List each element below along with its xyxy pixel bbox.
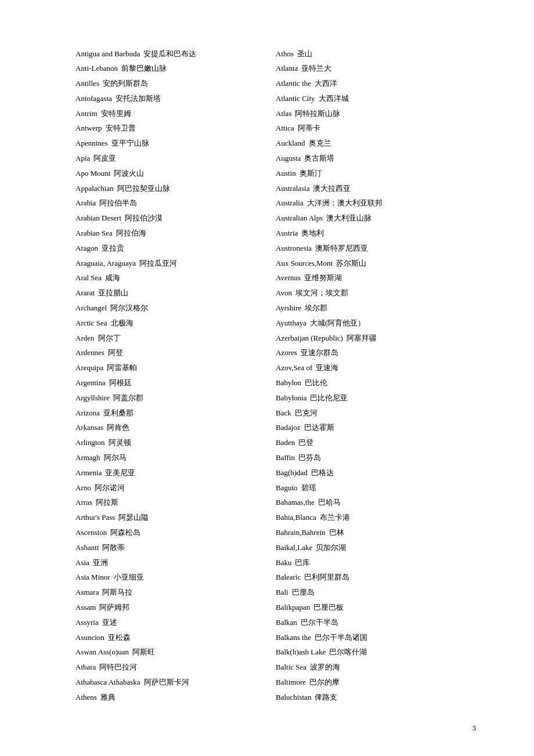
english-term: Bag(h)dad [276,467,308,479]
english-term: Arizona [75,407,100,419]
list-item: Austronesia澳斯特罗尼西亚 [276,241,476,256]
english-term: Bahamas,the [276,497,315,509]
english-term: Armenia [75,467,102,479]
list-item: Attica阿蒂卡 [276,121,476,136]
english-term: Aswan Ass(o)uan [75,646,129,659]
chinese-translation: 苏尔斯山 [336,258,366,270]
english-term: Azores [276,347,297,359]
chinese-translation: 阿拉瓜亚河 [139,258,177,270]
list-item: Australasia澳大拉西亚 [276,181,476,196]
english-term: Ayrshire [276,302,301,314]
chinese-translation: 亚美尼亚 [105,467,135,479]
list-item: Ascension阿森松岛 [75,526,276,541]
english-term: Arthur's Pass [75,512,115,524]
chinese-translation: 阿肯色 [107,422,129,434]
english-term: Atlanta [276,63,298,75]
list-item: Asia Minor小亚细亚 [75,570,276,585]
list-item: Antwerp安特卫普 [75,121,276,136]
english-term: Atlas [276,108,291,120]
english-term: Bahia,Blanca [276,512,316,524]
list-item: Balearic巴利阿里群岛 [276,570,476,585]
list-item: Anti-Lebanon前黎巴嫩山脉 [75,62,276,77]
chinese-translation: 大洋洲；澳大利亚联邦 [307,197,383,209]
list-item: Arras阿拉斯 [75,495,276,511]
english-term: Argentina [75,377,106,389]
english-term: Apennines [75,138,108,150]
list-item: Auckland奥克兰 [276,136,476,151]
list-item: Azores亚速尔群岛 [276,346,476,361]
chinese-translation: 阿斯旺 [132,646,155,659]
list-item: Baluchistan俾路支 [276,690,476,705]
english-term: Armagh [75,452,100,464]
chinese-translation: 亚松森 [108,632,131,644]
chinese-translation: 亚维努斯湖 [304,272,342,284]
english-term: Argyllshire [75,392,110,404]
english-term: Antigua and Barbuda [75,48,140,60]
list-item: Balk(h)ash Lake巴尔喀什湖 [276,645,476,660]
list-item: Austin奥斯汀 [276,166,476,181]
list-item: Atlantic the大西洋 [276,77,476,92]
english-term: Aux Sources,Mont [276,258,333,270]
english-term: Aragon [75,243,98,255]
chinese-translation: 雅典 [100,692,116,704]
list-item: Aux Sources,Mont苏尔斯山 [276,256,476,271]
chinese-translation: 奥克兰 [309,138,331,150]
list-item: Antrim安特里姆 [75,106,276,121]
english-term: Austria [276,227,298,240]
english-term: Assyria [75,617,99,629]
chinese-translation: 阿萨巴斯卡河 [144,677,189,689]
list-item: Arden阿尔丁 [75,331,276,346]
chinese-translation: 巴库 [295,557,310,569]
list-item: Bali巴厘岛 [276,585,476,601]
list-item: Bahrain,Bahrein巴林 [276,526,476,541]
english-term: Asia [75,557,89,569]
chinese-translation: 巴比伦 [305,377,327,389]
chinese-translation: 波罗的海 [310,661,340,674]
chinese-translation: 阿尔汉格尔 [110,302,148,314]
chinese-translation: 阿雷基帕 [107,362,137,374]
english-term: Apia [75,153,90,165]
list-item: Babylonia巴比伦尼亚 [276,390,476,406]
list-item: Bahamas,the巴哈马 [276,495,476,511]
list-item: Aral Sea咸海 [75,271,276,286]
list-item: Antofagasta安托法加斯塔 [75,91,276,106]
chinese-translation: 阿尔马 [104,452,127,464]
list-item: Atlas阿特拉斯山脉 [276,106,476,121]
english-term: Archangel [75,302,107,314]
english-term: Baikal,Lake [276,542,312,554]
chinese-translation: 巴格达 [311,467,334,479]
english-term: Arctic Sea [75,317,107,330]
english-term: Baluchistan [276,692,311,704]
chinese-translation: 阿特巴拉河 [99,661,137,674]
english-term: Ararat [75,287,95,299]
chinese-translation: 巴尔的摩 [309,677,340,689]
list-item: Balkan巴尔干半岛 [276,615,476,630]
right-column: Athos圣山Atlanta亚特兰大Atlantic the大西洋Atlanti… [276,46,476,705]
english-term: Assam [75,602,96,614]
english-term: Balearic [276,571,301,584]
list-item: Atlanta亚特兰大 [276,62,476,77]
chinese-translation: 阿瑟山隘 [118,512,149,524]
chinese-translation: 咸海 [105,272,120,284]
chinese-translation: 巴利阿里群岛 [304,571,349,584]
list-item: Arkansas阿肯色 [75,421,276,436]
chinese-translation: 巴克河 [295,407,317,419]
list-item: Badajoz巴达霍斯 [276,421,476,436]
list-item: Baikal,Lake贝加尔湖 [276,540,476,555]
chinese-translation: 巴芬岛 [298,452,321,464]
english-term: Baffin [276,452,295,464]
chinese-translation: 亚述 [102,617,117,629]
chinese-translation: 亚拉腊山 [98,287,128,299]
list-item: Ardennes阿登 [75,346,276,361]
chinese-translation: 巴厘岛 [292,587,315,599]
chinese-translation: 阿皮亚 [93,153,116,165]
list-item: Azerbaijan (Republic)阿塞拜疆 [276,331,476,346]
english-term: Asia Minor [75,571,110,584]
chinese-translation: 巴尔喀什湖 [329,646,367,659]
english-term: Antrim [75,108,98,120]
chinese-translation: 奥斯汀 [300,168,322,180]
list-item: Bag(h)dad巴格达 [276,465,476,480]
english-term: Baltimore [276,677,306,689]
english-term: Balk(h)ash Lake [276,646,326,659]
list-item: Asia亚洲 [75,555,276,570]
